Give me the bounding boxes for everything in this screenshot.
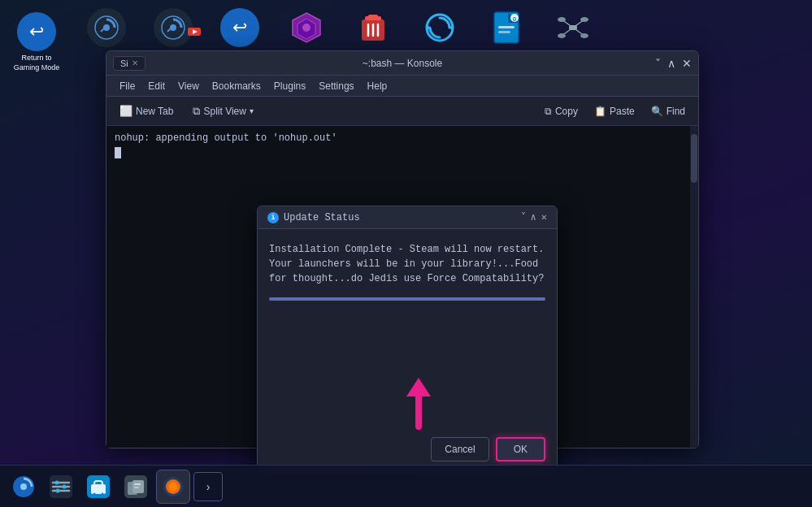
arrow-annotation — [398, 374, 439, 434]
desktop-icon-sync[interactable] — [410, 8, 469, 50]
paste-button[interactable]: 📋 Paste — [588, 102, 641, 120]
konsole-toolbar: ⬜ New Tab ⧉ Split View ▾ ⧉ Copy 📋 Paste … — [106, 97, 698, 126]
new-tab-button[interactable]: ⬜ New Tab — [113, 102, 180, 120]
svg-point-41 — [55, 480, 59, 484]
paste-icon: 📋 — [594, 106, 606, 117]
desktop-icon-steam2[interactable]: ▶ — [144, 8, 202, 50]
dialog-titlebar: i Update Status ˅ ∧ ✕ — [258, 206, 557, 229]
new-tab-label: New Tab — [136, 106, 173, 117]
dialog-close-icon[interactable]: ✕ — [541, 211, 547, 223]
menu-settings[interactable]: Settings — [312, 78, 360, 94]
split-view-label: Split View — [203, 106, 245, 117]
sidebar-icon-label: Return to Gaming Mode — [14, 54, 60, 72]
menu-view[interactable]: View — [172, 78, 206, 94]
copy-button[interactable]: ⧉ Copy — [538, 102, 584, 120]
cancel-button[interactable]: Cancel — [431, 437, 489, 462]
svg-rect-9 — [368, 15, 378, 18]
svg-point-31 — [580, 33, 588, 38]
copy-icon: ⧉ — [545, 106, 552, 117]
terminal-output: nohup: appending output to 'nohup.out' — [115, 132, 690, 144]
window-close-icon[interactable]: ✕ — [682, 57, 692, 70]
split-view-icon: ⧉ — [193, 105, 200, 118]
find-label: Find — [667, 106, 685, 117]
menu-help[interactable]: Help — [361, 78, 394, 94]
taskbar-more-label: › — [206, 480, 211, 493]
menu-plugins[interactable]: Plugins — [267, 78, 312, 94]
dialog-message: Installation Complete - Steam will now r… — [269, 242, 545, 286]
dialog-progress-bar — [269, 297, 545, 301]
desktop-icon-drone[interactable] — [544, 8, 602, 50]
dialog-icon: i — [267, 212, 279, 223]
taskbar-icon-settings[interactable] — [44, 470, 78, 504]
svg-point-29 — [580, 17, 588, 22]
window-minimize-icon[interactable]: ˅ — [655, 57, 661, 70]
menu-bookmarks[interactable]: Bookmarks — [206, 78, 267, 94]
terminal-cursor-line — [115, 147, 690, 158]
copy-label: Copy — [555, 106, 578, 117]
svg-point-6 — [302, 24, 310, 32]
svg-point-30 — [558, 33, 566, 38]
taskbar-more-button[interactable]: › — [193, 472, 223, 501]
sidebar-return-icon[interactable]: ↩ Return to Gaming Mode — [12, 12, 61, 72]
svg-rect-19 — [498, 26, 515, 28]
scrollbar-thumb[interactable] — [691, 134, 697, 183]
dialog-minimize-icon[interactable]: ˅ — [521, 211, 526, 223]
svg-point-43 — [56, 488, 60, 492]
menu-file[interactable]: File — [113, 78, 141, 94]
konsole-tab[interactable]: Si ✕ — [113, 56, 145, 71]
menu-edit[interactable]: Edit — [141, 78, 172, 94]
svg-text:0: 0 — [513, 15, 517, 23]
svg-rect-53 — [134, 487, 139, 488]
desktop-icon-back[interactable]: ↩ — [211, 8, 269, 50]
new-tab-icon: ⬜ — [119, 105, 132, 117]
svg-point-3 — [170, 24, 176, 31]
taskbar-icon-firefox[interactable] — [156, 470, 190, 504]
dialog-maximize-icon[interactable]: ∧ — [531, 211, 536, 223]
svg-point-1 — [103, 24, 110, 31]
svg-point-36 — [20, 483, 27, 490]
desktop-icon-hex[interactable] — [277, 8, 336, 50]
svg-point-48 — [102, 492, 104, 495]
svg-rect-20 — [498, 31, 510, 33]
desktop-icon-file[interactable]: 0 — [477, 8, 536, 50]
tab-label: Si — [120, 58, 128, 68]
split-view-button[interactable]: ⧉ Split View ▾ — [186, 102, 259, 121]
paste-label: Paste — [610, 106, 635, 117]
desktop-icon-trash[interactable] — [344, 8, 402, 50]
terminal-scrollbar[interactable] — [690, 126, 698, 448]
svg-point-47 — [93, 492, 96, 495]
find-button[interactable]: 🔍 Find — [645, 102, 692, 120]
taskbar-icon-gaming[interactable] — [7, 470, 41, 504]
ok-button[interactable]: OK — [496, 437, 545, 462]
svg-marker-34 — [406, 378, 431, 396]
taskbar: › — [0, 465, 812, 507]
tab-close-icon[interactable]: ✕ — [132, 58, 138, 67]
dialog-title: Update Status — [284, 212, 360, 223]
svg-point-28 — [558, 17, 566, 22]
konsole-titlebar: Si ✕ ~:bash — Konsole ˅ ∧ ✕ — [106, 51, 698, 76]
konsole-menubar: File Edit View Bookmarks Plugins Setting… — [106, 76, 698, 97]
dialog-progress-container — [269, 297, 545, 301]
desktop-icon-steam[interactable] — [77, 8, 136, 50]
dialog-content: Installation Complete - Steam will now r… — [258, 229, 557, 317]
svg-point-42 — [63, 484, 67, 488]
window-maximize-icon[interactable]: ∧ — [667, 57, 675, 70]
split-view-chevron-icon: ▾ — [250, 106, 254, 115]
find-icon: 🔍 — [651, 106, 663, 117]
taskbar-icon-store[interactable] — [81, 470, 115, 504]
taskbar-icon-files[interactable] — [119, 470, 153, 504]
konsole-window-title: ~:bash — Konsole — [363, 58, 442, 69]
svg-rect-52 — [134, 483, 141, 485]
